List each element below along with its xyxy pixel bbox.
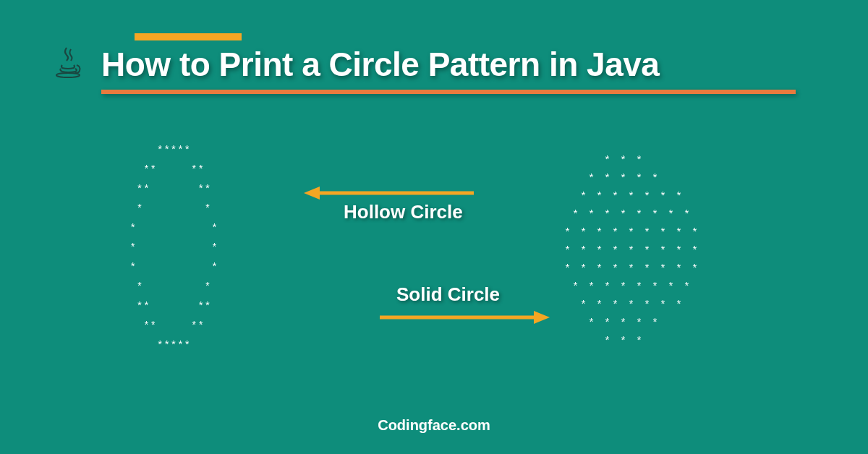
java-icon [49,45,84,80]
svg-marker-2 [304,187,320,200]
page-title: How to Print a Circle Pattern in Java [101,45,659,84]
hollow-circle-label: Hollow Circle [344,201,463,223]
arrow-left-icon [304,185,474,201]
accent-bar [135,33,242,40]
hollow-circle-pattern: ***** ** ** ** ** * * * * * * * * * * **… [123,141,218,356]
svg-marker-4 [534,311,550,324]
footer-brand: Codingface.com [378,417,490,434]
arrow-right-icon [380,309,550,325]
solid-circle-pattern: * * * * * * * * * * * * * * * * * * * * … [564,152,699,351]
title-underline [101,90,796,94]
solid-circle-label: Solid Circle [396,283,500,306]
svg-point-0 [56,73,80,77]
